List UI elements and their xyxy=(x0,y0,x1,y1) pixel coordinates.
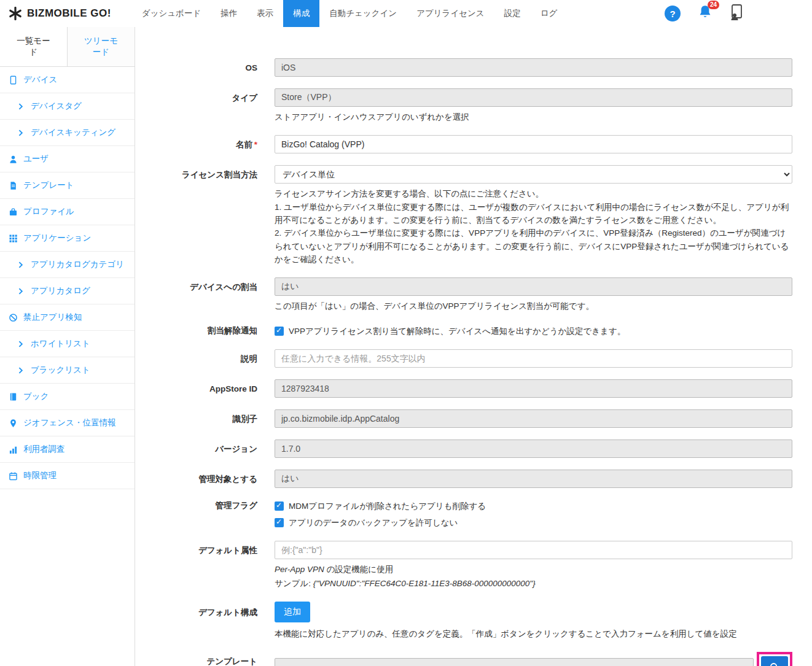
license-method-label: ライセンス割当方法 xyxy=(144,165,257,266)
appstore-id-input xyxy=(275,379,792,398)
form-row-managed: 管理対象とする xyxy=(144,470,792,488)
bar-chart-icon xyxy=(9,445,18,454)
sidebar-item-books[interactable]: ブック xyxy=(0,384,135,410)
sidebar-item-applications[interactable]: アプリケーション xyxy=(0,225,135,252)
chevron-right-icon xyxy=(16,339,25,349)
device-user-button[interactable] xyxy=(730,4,743,23)
sidebar-item-time-management[interactable]: 時限管理 xyxy=(0,463,135,489)
form-row-default-config: デフォルト構成 追加 本機能に対応したアプリのみ、任意のタグを定義。「作成」ボタ… xyxy=(144,602,792,640)
form-row-unassign-notice: 割当解除通知 VPPアプリライセンス割り当て解除時に、デバイスへ通知を出すかどう… xyxy=(144,325,792,338)
name-input[interactable] xyxy=(275,135,792,153)
type-help-text: ストアアプリ・インハウスアプリのいずれかを選択 xyxy=(275,110,792,123)
asterisk-logo-icon xyxy=(9,7,22,20)
unassign-notice-checkbox-text: VPPアプリライセンス割り当て解除時に、デバイスへ通知を出すかどうか設定できます… xyxy=(289,326,625,338)
sidebar-item-templates[interactable]: テンプレート xyxy=(0,172,135,199)
manage-flag-remove-app-row[interactable]: MDMプロファイルが削除されたらアプリも削除する xyxy=(275,501,792,513)
form-row-os: OS xyxy=(144,58,792,77)
default-config-label: デフォルト構成 xyxy=(144,602,257,640)
app-detail-form: OS タイプ ストアアプリ・インハウスアプリのいずれかを選択 名前* ライセンス… xyxy=(135,27,812,666)
template-search-button[interactable] xyxy=(761,656,788,666)
license-note-intro: ライセンスアサイン方法を変更する場合、以下の点にご注意ください。 xyxy=(275,187,792,200)
nav-operations[interactable]: 操作 xyxy=(211,0,247,27)
calendar-icon xyxy=(9,471,18,481)
nav-settings[interactable]: 設定 xyxy=(494,0,531,27)
grid-icon xyxy=(9,234,18,243)
nav-log[interactable]: ログ xyxy=(531,0,568,27)
nav-configuration[interactable]: 構成 xyxy=(283,0,319,27)
sidebar-item-device-kitting[interactable]: デバイスキッティング xyxy=(0,120,135,146)
sidebar-item-users[interactable]: ユーザ xyxy=(0,146,135,172)
form-row-identifier: 識別子 xyxy=(144,409,792,428)
unassign-notice-checkbox-row[interactable]: VPPアプリライセンス割り当て解除時に、デバイスへ通知を出すかどうか設定できます… xyxy=(275,326,792,338)
device-assign-help: この項目が「はい」の場合、デバイス単位のVPPアプリライセンス割当が可能です。 xyxy=(275,300,792,312)
form-row-license-method: ライセンス割当方法 デバイス単位 ライセンスアサイン方法を変更する場合、以下の点… xyxy=(144,165,792,266)
sidebar-item-prohibited-app-detection[interactable]: 禁止アプリ検知 xyxy=(0,304,135,331)
identifier-input xyxy=(275,409,792,428)
chevron-right-icon xyxy=(16,102,25,111)
main-nav: ダッシュボード 操作 表示 構成 自動チェックイン アプリライセンス 設定 ログ xyxy=(132,0,567,27)
nav-view[interactable]: 表示 xyxy=(247,0,283,27)
name-label: 名前* xyxy=(144,135,257,153)
sidebar-item-app-catalog-categories[interactable]: アプリカタログカテゴリ xyxy=(0,252,135,278)
version-label: バージョン xyxy=(144,439,257,458)
manage-flag-no-backup-row[interactable]: アプリのデータのバックアップを許可しない xyxy=(275,517,792,529)
checkbox-checked-icon[interactable] xyxy=(275,327,284,336)
form-row-version: バージョン xyxy=(144,439,792,458)
template-input xyxy=(275,658,754,666)
app-title: BIZMOBILE GO! xyxy=(27,7,111,20)
unassign-notice-label: 割当解除通知 xyxy=(144,325,257,338)
form-row-description: 説明 xyxy=(144,349,792,368)
tab-tree-mode[interactable]: ツリーモード xyxy=(68,27,135,66)
search-icon xyxy=(769,662,780,666)
form-row-name: 名前* xyxy=(144,135,792,153)
default-attributes-help-2: サンプル: {"VPNUUID":"FFEC64C0-E181-11E3-8B6… xyxy=(275,577,792,590)
sidebar: 一覧モード ツリーモード デバイス デバイスタグ デバイスキッティング xyxy=(0,27,135,666)
sidebar-item-app-catalog[interactable]: アプリカタログ xyxy=(0,278,135,304)
form-row-device-assign: デバイスへの割当 この項目が「はい」の場合、デバイス単位のVPPアプリライセンス… xyxy=(144,277,792,312)
form-row-template: テンプレート xyxy=(144,652,792,666)
manage-flag-remove-app-text: MDMプロファイルが削除されたらアプリも削除する xyxy=(289,501,486,513)
chevron-right-icon xyxy=(16,260,25,269)
ban-icon xyxy=(9,313,18,322)
form-row-default-attributes: デフォルト属性 Per-App VPN の設定機能に使用 サンプル: {"VPN… xyxy=(144,541,792,590)
nav-dashboard[interactable]: ダッシュボード xyxy=(132,0,211,27)
sidebar-item-devices[interactable]: デバイス xyxy=(0,67,135,93)
sidebar-mode-tabs: 一覧モード ツリーモード xyxy=(0,27,135,67)
sidebar-item-blacklist[interactable]: ブラックリスト xyxy=(0,357,135,384)
chevron-right-icon xyxy=(16,366,25,375)
required-mark: * xyxy=(254,140,257,149)
type-label: タイプ xyxy=(144,88,257,123)
form-row-appstore-id: AppStore ID xyxy=(144,379,792,398)
notifications-button[interactable]: 24 xyxy=(698,4,712,23)
os-label: OS xyxy=(144,58,257,77)
form-row-manage-flags: 管理フラグ MDMプロファイルが削除されたらアプリも削除する アプリのデータのバ… xyxy=(144,500,792,530)
device-assign-label: デバイスへの割当 xyxy=(144,277,257,312)
type-input xyxy=(275,88,792,107)
sidebar-item-device-tags[interactable]: デバイスタグ xyxy=(0,93,135,120)
license-note-1: 1. ユーザ単位からデバイス単位に変更する際には、ユーザが複数のデバイスにおいて… xyxy=(275,201,792,227)
appstore-id-label: AppStore ID xyxy=(144,379,257,398)
default-config-help: 本機能に対応したアプリのみ、任意のタグを定義。「作成」ボタンをクリックすることで… xyxy=(275,627,792,640)
description-input[interactable] xyxy=(275,349,792,368)
checkbox-checked-icon[interactable] xyxy=(275,518,284,527)
sidebar-item-profiles[interactable]: プロファイル xyxy=(0,199,135,225)
app-logo[interactable]: BIZMOBILE GO! xyxy=(0,0,117,27)
managed-input xyxy=(275,470,792,488)
license-note-2: 2. デバイス単位からユーザ単位に変更する際には、VPPアプリを利用中のデバイス… xyxy=(275,227,792,266)
checkbox-checked-icon[interactable] xyxy=(275,501,284,511)
tab-list-mode[interactable]: 一覧モード xyxy=(0,27,68,66)
default-attributes-input[interactable] xyxy=(275,541,792,559)
sidebar-item-whitelist[interactable]: ホワイトリスト xyxy=(0,331,135,357)
license-method-select[interactable]: デバイス単位 xyxy=(275,165,792,184)
nav-app-license[interactable]: アプリライセンス xyxy=(407,0,494,27)
profile-icon xyxy=(9,207,18,217)
default-attributes-label: デフォルト属性 xyxy=(144,541,257,590)
nav-auto-checkin[interactable]: 自動チェックイン xyxy=(319,0,407,27)
os-input xyxy=(275,58,792,77)
manage-flag-no-backup-text: アプリのデータのバックアップを許可しない xyxy=(289,517,458,529)
sidebar-item-user-survey[interactable]: 利用者調査 xyxy=(0,436,135,463)
chevron-right-icon xyxy=(16,287,25,296)
sidebar-item-geofence-location[interactable]: ジオフェンス・位置情報 xyxy=(0,410,135,436)
help-icon[interactable]: ? xyxy=(665,6,681,21)
add-button[interactable]: 追加 xyxy=(275,602,310,622)
